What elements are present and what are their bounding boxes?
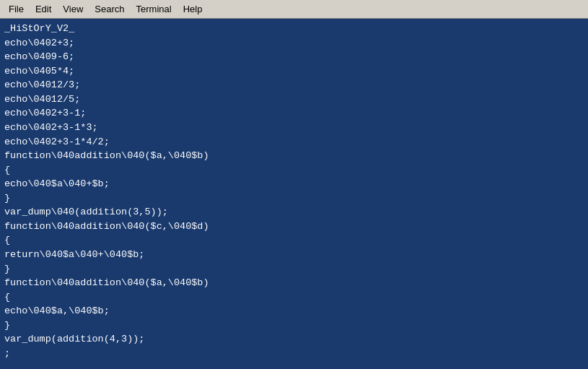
terminal-line: }: [4, 262, 584, 277]
terminal-line: {: [4, 290, 584, 305]
terminal-line: }: [4, 191, 584, 206]
terminal-line: echo\0402+3-1*4/2;: [4, 135, 584, 149]
terminal-line: echo\0402+3-1;: [4, 106, 584, 121]
terminal-line: _HiStOrY_V2_: [4, 22, 584, 36]
terminal-line: var_dump\040(addition(3,5));: [4, 205, 584, 220]
terminal-line: return\040$a\040+\040$b;: [4, 248, 584, 262]
menu-search[interactable]: Search: [89, 2, 130, 16]
terminal-line: echo\040$a,\040$b;: [4, 304, 584, 318]
terminal-line: {: [4, 233, 584, 248]
menu-view[interactable]: View: [57, 2, 89, 16]
menu-bar: File Edit View Search Terminal Help: [0, 0, 588, 19]
terminal-line: echo\0402+3;: [4, 36, 584, 51]
terminal-line: var_dump(addition(4,3));: [4, 332, 584, 347]
terminal-line: function\040addition\040($a,\040$b): [4, 149, 584, 163]
terminal-line: function\040addition\040($c,\040$d): [4, 220, 584, 234]
terminal-line: echo\0409-6;: [4, 50, 584, 64]
terminal-line: function\040addition\040($a,\040$b): [4, 276, 584, 290]
terminal-line: ;: [4, 347, 584, 361]
menu-help[interactable]: Help: [177, 2, 209, 16]
menu-edit[interactable]: Edit: [30, 2, 57, 16]
menu-terminal[interactable]: Terminal: [131, 2, 177, 16]
terminal-line: echo\04012/5;: [4, 92, 584, 107]
terminal-output: _HiStOrY_V2_echo\0402+3;echo\0409-6;echo…: [0, 19, 588, 369]
terminal-line: }: [4, 318, 584, 333]
terminal-line: echo\0405*4;: [4, 64, 584, 79]
terminal-line: echo\040$a\040+$b;: [4, 177, 584, 191]
terminal-line: echo\0402+3-1*3;: [4, 121, 584, 135]
terminal-line: {: [4, 163, 584, 178]
terminal-line: echo\04012/3;: [4, 78, 584, 92]
menu-file[interactable]: File: [3, 2, 30, 16]
